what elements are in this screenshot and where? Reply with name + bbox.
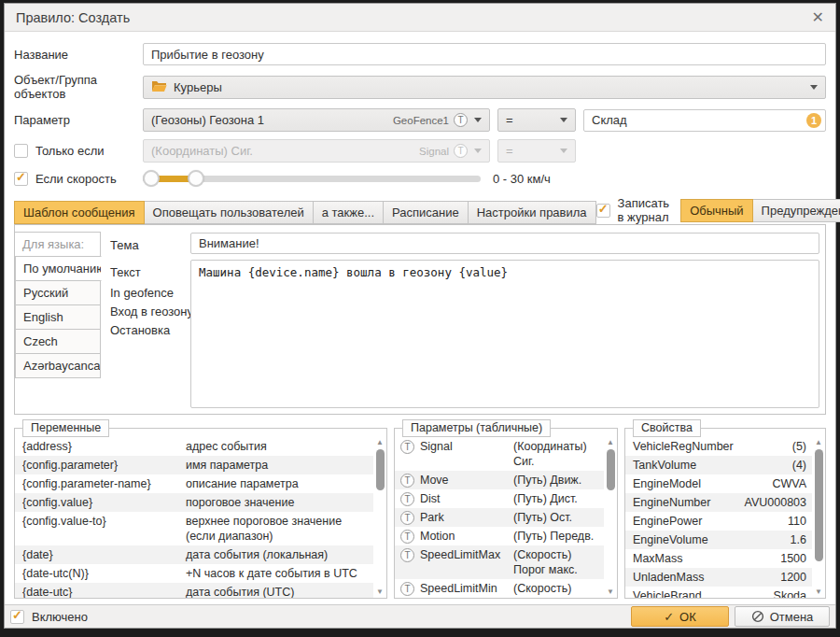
scrollbar-thumb[interactable] (815, 449, 823, 561)
message-text-area[interactable]: Машина {device.name} вошла в геозону {va… (190, 260, 819, 408)
enabled-checkbox[interactable]: ✓ (10, 610, 24, 624)
variable-desc: имя параметра (186, 458, 370, 473)
scrollbar-thumb[interactable] (376, 449, 385, 490)
t-badge: T (400, 582, 414, 596)
variable-row[interactable]: {date-utc}дата события (UTC) (15, 583, 373, 598)
tab-rule-settings[interactable]: Настройки правила (469, 201, 596, 224)
cancel-button[interactable]: Отмена (735, 606, 830, 627)
param-row-item[interactable]: TMove(Путь) Движ. (395, 471, 604, 489)
variables-panel-title: Переменные (22, 419, 109, 437)
param-name: SpeedLimitMax (420, 547, 513, 562)
footer-buttons: ✓ ОК Отмена (631, 606, 830, 627)
property-name: EngineNumber (633, 495, 745, 510)
slider-handle-min[interactable] (143, 170, 160, 187)
preset-enter-geozone[interactable]: Вход в геозону (110, 304, 177, 319)
param-select[interactable]: (Геозоны) Геозона 1 GeoFence1 T (143, 108, 490, 132)
param-desc: (Координаты) Сиг. (513, 439, 600, 469)
language-item-default[interactable]: По умолчанию (15, 256, 102, 281)
scroll-down-icon[interactable]: ▼ (607, 587, 614, 597)
scrollbar-track[interactable] (815, 447, 823, 587)
property-row[interactable]: EngineNumberAVU000803 (625, 493, 812, 512)
tab-message-template[interactable]: Шаблон сообщения (14, 201, 145, 224)
variable-desc: дата события (UTC) (186, 585, 370, 598)
variable-row[interactable]: {config.value-to}верхнее пороговое значе… (15, 512, 373, 545)
speed-slider[interactable] (143, 170, 481, 187)
scrollbar-track[interactable] (376, 447, 385, 587)
properties-panel-title: Свойства (633, 419, 701, 437)
speed-label: Если скорость (35, 172, 117, 186)
close-icon[interactable]: ✕ (812, 10, 824, 25)
only-if-checkbox[interactable]: ✓ (14, 144, 28, 158)
scroll-down-icon[interactable]: ▼ (815, 587, 822, 597)
scroll-down-icon[interactable]: ▼ (376, 587, 384, 597)
variable-row[interactable]: {config.parameter}имя параметра (15, 456, 373, 474)
param-desc: (Путь) Передв. (513, 529, 600, 544)
operator-value: = (506, 113, 560, 127)
language-item-english[interactable]: English (15, 304, 101, 330)
only-if-label: Только если (35, 144, 104, 158)
property-row[interactable]: VehicleBrandSkoda (625, 587, 812, 598)
param-row-item[interactable]: TDist(Путь) Дист. (395, 489, 604, 508)
variable-row[interactable]: {config.parameter-name}описание параметр… (15, 474, 373, 493)
param-row-item[interactable]: TMotion(Путь) Передв. (395, 527, 604, 545)
object-select[interactable]: Курьеры (143, 76, 826, 99)
tab-notify-users[interactable]: Оповещать пользователей (145, 201, 314, 224)
scroll-up-icon[interactable]: ▲ (815, 438, 822, 447)
scroll-up-icon[interactable]: ▲ (376, 438, 384, 447)
slider-handle-max[interactable] (188, 170, 204, 187)
table-params-scrollbar[interactable]: ▲ ▼ (604, 437, 617, 598)
property-row[interactable]: MaxMass1500 (625, 549, 812, 568)
property-row[interactable]: EnginePower110 (625, 512, 812, 531)
property-row[interactable]: TankVolume(4) (625, 456, 812, 474)
variable-row[interactable]: {date-utc(N)}+N часов к дате события в U… (15, 564, 373, 583)
variable-row[interactable]: {date}дата события (локальная) (15, 545, 373, 564)
name-input[interactable] (143, 43, 826, 65)
language-item-azerbaijani[interactable]: Azərbaycanca (15, 353, 101, 378)
variable-name: {date-utc(N)} (22, 566, 186, 581)
t-badge: T (400, 530, 414, 544)
preset-stop[interactable]: Остановка (110, 322, 177, 338)
journal-checkbox[interactable]: ✓ (596, 204, 610, 218)
ok-button[interactable]: ✓ ОК (631, 606, 729, 627)
variable-name: {config.value} (22, 495, 186, 510)
language-item-czech[interactable]: Czech (15, 329, 101, 354)
journal-group: ✓ Записать в журнал (596, 196, 670, 224)
object-row: Объект/Группа объектов Курьеры (14, 73, 826, 101)
name-label: Название (14, 48, 68, 62)
variables-scrollbar[interactable]: ▲ ▼ (373, 437, 386, 598)
only-if-select[interactable]: (Координаты) Сиг. Signal T (143, 139, 490, 163)
language-item-russian[interactable]: Русский (15, 280, 101, 305)
subject-input[interactable] (190, 233, 819, 254)
tab-and-also[interactable]: а также... (314, 201, 384, 224)
operator-select[interactable]: = (497, 108, 576, 132)
target-input[interactable] (583, 109, 826, 132)
property-row[interactable]: EngineVolume1.6 (625, 531, 812, 549)
scrollbar-track[interactable] (607, 447, 615, 587)
severity-tab-normal[interactable]: Обычный (680, 199, 752, 222)
param-row-item[interactable]: TSpeedLimitMax(Скорость) Порог макс. (395, 545, 604, 579)
severity-tab-warning[interactable]: Предупреждение (753, 199, 840, 222)
property-row[interactable]: UnladenMass1200 (625, 568, 812, 587)
variable-desc: дата события (локальная) (186, 547, 370, 562)
chevron-down-icon (560, 149, 567, 153)
variable-row[interactable]: {address}адрес события (15, 437, 373, 456)
scroll-up-icon[interactable]: ▲ (607, 438, 614, 447)
scrollbar-thumb[interactable] (607, 449, 615, 490)
variable-row[interactable]: {config.value}пороговое значение (15, 493, 373, 512)
properties-scrollbar[interactable]: ▲ ▼ (812, 437, 825, 598)
param-row-item[interactable]: TSpeedLimitMin(Скорость) Порог мин. (395, 579, 604, 598)
variable-name: {date-utc} (22, 585, 186, 598)
property-row[interactable]: EngineModelCWVA (625, 474, 812, 493)
param-row-item[interactable]: TSignal(Координаты) Сиг. (395, 437, 604, 471)
rule-dialog: Правило: Создать ✕ Название Объект/Групп… (4, 3, 836, 629)
preset-in-geofence[interactable]: In geofence (110, 285, 177, 301)
speed-row: ✓ Если скорость 0 - 30 км/ч (14, 170, 826, 187)
only-if-operator-select[interactable]: = (497, 139, 576, 163)
chevron-down-icon (560, 118, 567, 122)
param-name: Signal (420, 439, 513, 454)
param-row-item[interactable]: TPark(Путь) Ост. (395, 508, 604, 527)
speed-checkbox[interactable]: ✓ (14, 172, 28, 186)
property-row[interactable]: VehicleRegNumber(5) (625, 437, 812, 456)
t-badge: T (400, 492, 414, 506)
tab-schedule[interactable]: Расписание (384, 201, 469, 224)
